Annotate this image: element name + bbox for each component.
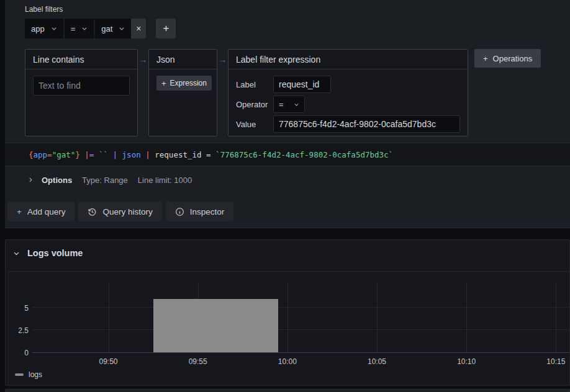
query-token <box>141 150 146 159</box>
query-token: } <box>75 150 80 159</box>
chevron-down-icon <box>51 25 57 32</box>
plus-icon: + <box>161 79 166 88</box>
logs-volume-header[interactable]: Logs volume <box>13 248 83 258</box>
legend-swatch <box>15 373 24 376</box>
plus-icon: + <box>483 54 488 63</box>
label-value-select[interactable]: gat <box>95 19 131 38</box>
label-operator-value: = <box>71 24 76 33</box>
field-label: Operator <box>236 100 273 109</box>
value-field-row: Value <box>236 115 460 133</box>
gridline <box>109 283 109 352</box>
operation-card-line-contains: Line contains <box>25 49 138 136</box>
x-tick-label: 10:05 <box>368 357 386 366</box>
x-tick-label: 10:15 <box>546 357 565 366</box>
logs-volume-chart: 02.55 09:5009:5510:0010:0510:1010:15 log… <box>8 271 570 386</box>
operation-card-label-filter-expression: Label filter expression Label Operator = <box>228 49 468 136</box>
legend-series-logs[interactable]: logs <box>29 370 42 379</box>
y-tick-label: 2.5 <box>18 327 29 334</box>
add-operations-button[interactable]: + Operations <box>474 49 541 68</box>
label-name-value: app <box>31 24 45 33</box>
next-panel-edge <box>5 389 570 392</box>
label-field-input[interactable] <box>273 76 331 93</box>
operation-card-json: Json + Expression <box>148 49 217 136</box>
query-toolbar: + Add query Query history <box>7 202 233 221</box>
y-axis-labels: 02.55 <box>9 283 29 353</box>
value-field-input[interactable] <box>273 115 460 133</box>
query-token: |= <box>84 150 94 159</box>
query-token: = <box>47 150 52 159</box>
options-line-limit: Line limit: 1000 <box>138 176 192 185</box>
plot-area <box>32 283 569 353</box>
operations-button-label: Operations <box>493 54 533 63</box>
query-token <box>80 150 85 159</box>
chevron-down-icon <box>81 25 88 32</box>
add-query-button[interactable]: + Add query <box>7 202 75 221</box>
operation-title: Label filter expression <box>228 50 468 69</box>
x-tick-label: 09:50 <box>99 357 118 366</box>
grafana-explore-screen: Label filters app = gat × <box>0 0 570 392</box>
line-contains-input[interactable] <box>33 76 130 96</box>
operation-body: + Expression <box>149 69 217 97</box>
remove-filter-button[interactable]: × <box>131 19 146 38</box>
query-preview: {app="gat"} |= `` | json | request_id = … <box>5 143 570 166</box>
options-row: Options Type: Range Line limit: 1000 <box>27 174 192 186</box>
query-token: json <box>122 150 141 159</box>
operator-field-row: Operator = <box>236 96 460 113</box>
logs-volume-bar <box>153 299 279 352</box>
add-expression-label: Expression <box>170 79 207 87</box>
query-token: `` <box>94 150 108 159</box>
operations-pipeline: Line contains → Json + Expression → Labe… <box>25 49 468 136</box>
operation-body: Label Operator = Value <box>228 69 468 139</box>
operator-field-value: = <box>279 100 284 109</box>
query-token: { <box>29 150 34 159</box>
query-history-label: Query history <box>102 207 152 216</box>
query-token: | <box>145 150 150 159</box>
query-token: | <box>113 150 118 159</box>
plus-icon: + <box>17 207 22 216</box>
inspector-button[interactable]: Inspector <box>166 202 234 221</box>
x-tick-label: 10:10 <box>457 357 476 366</box>
gridline <box>466 283 467 352</box>
query-token: `776875c6-f4d2-4acf-9802-0cafa5d7bd3c` <box>215 150 393 159</box>
chart-legend: logs <box>15 370 42 379</box>
query-token: "gat" <box>52 150 76 159</box>
logs-volume-title: Logs volume <box>27 248 83 258</box>
query-token <box>108 150 113 159</box>
chevron-down-icon <box>13 250 20 257</box>
chevron-right-icon <box>27 177 34 183</box>
add-expression-button[interactable]: + Expression <box>156 76 212 91</box>
gridline <box>32 329 569 330</box>
options-expander[interactable]: Options <box>27 176 72 185</box>
operator-field-select[interactable]: = <box>273 96 305 113</box>
chevron-down-icon <box>294 102 299 107</box>
info-icon <box>175 207 184 216</box>
y-tick-label: 5 <box>24 305 29 312</box>
query-token <box>117 150 122 159</box>
field-label: Label <box>236 80 273 89</box>
operation-body <box>25 69 137 102</box>
close-icon: × <box>136 24 141 33</box>
label-filters-title: Label filters <box>25 5 63 14</box>
gridline <box>377 283 378 352</box>
query-history-button[interactable]: Query history <box>78 202 161 221</box>
field-label: Value <box>236 120 273 129</box>
x-tick-label: 09:55 <box>189 357 207 366</box>
y-tick-label: 0 <box>24 349 29 357</box>
label-name-select[interactable]: app <box>25 19 63 38</box>
label-value-value: gat <box>101 24 112 33</box>
arrow-right-icon: → <box>217 55 228 65</box>
arrow-right-icon: → <box>138 55 148 65</box>
add-query-label: Add query <box>27 207 66 216</box>
label-operator-select[interactable]: = <box>65 19 94 38</box>
label-filter-row: app = gat × + <box>25 19 176 38</box>
gridline <box>287 283 288 352</box>
query-token: app <box>34 150 48 159</box>
inspector-label: Inspector <box>190 207 225 216</box>
chevron-down-icon <box>119 25 125 32</box>
options-type: Type: Range <box>82 176 128 185</box>
query-editor-section: Label filters app = gat × <box>5 0 570 228</box>
logs-volume-panel: Logs volume 02.55 09:5009:5510:0010:0510… <box>5 239 570 386</box>
options-label: Options <box>42 176 72 185</box>
add-filter-button[interactable]: + <box>156 19 176 38</box>
query-token: request_id = <box>150 150 215 159</box>
